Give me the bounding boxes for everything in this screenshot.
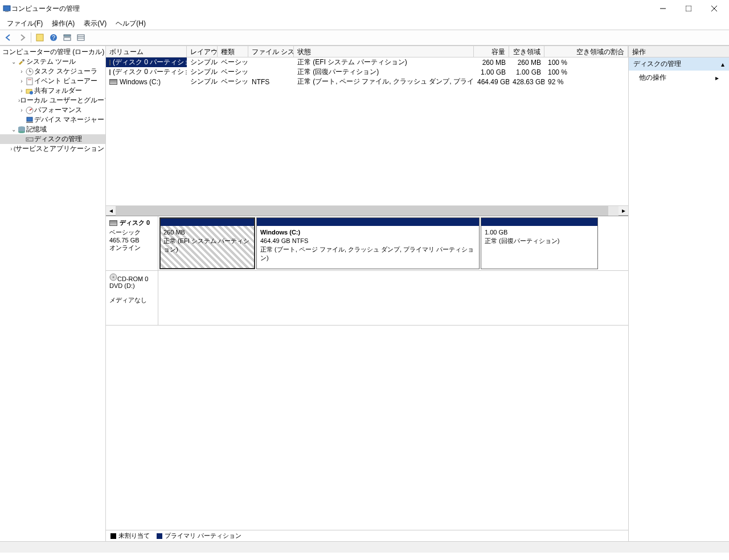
navigation-tree[interactable]: コンピューターの管理 (ローカル) ⌄ システム ツール › タスク スケジュー… — [0, 46, 106, 541]
tree-storage[interactable]: ⌄ 記憶域 — [0, 125, 105, 134]
svg-text:?: ? — [52, 35, 55, 41]
menubar: ファイル(F) 操作(A) 表示(V) ヘルプ(H) — [0, 17, 729, 30]
partition[interactable]: 260 MB正常 (EFI システム パーティション) — [159, 217, 255, 269]
col-capacity[interactable]: 容量 — [474, 46, 509, 57]
tree-task-scheduler[interactable]: › タスク スケジューラ — [0, 67, 105, 76]
volume-icon — [109, 60, 110, 65]
actions-section-disk-management[interactable]: ディスクの管理 ▴ — [629, 57, 729, 71]
volume-icon — [109, 79, 117, 85]
disk-graphical-view: ディスク 0 ベーシック 465.75 GB オンライン 260 MB正常 (E… — [106, 215, 628, 326]
actions-pane: 操作 ディスクの管理 ▴ 他の操作 ▸ — [629, 46, 729, 541]
partition-status: 正常 (ブート, ページ ファイル, クラッシュ ダンプ, プライマリ パーティ… — [260, 246, 474, 261]
svg-point-32 — [18, 131, 25, 133]
volume-type: ベーシック — [218, 57, 248, 67]
event-icon — [25, 77, 34, 86]
tree-performance[interactable]: › パフォーマンス — [0, 105, 105, 115]
svg-rect-1 — [5, 11, 9, 12]
menu-help[interactable]: ヘルプ(H) — [111, 18, 150, 30]
svg-point-23 — [30, 91, 33, 94]
volume-row[interactable]: Windows (C:)シンプルベーシックNTFS正常 (ブート, ページ ファ… — [106, 77, 628, 87]
maximize-button[interactable] — [675, 1, 701, 17]
scroll-thumb[interactable] — [116, 206, 608, 216]
expand-icon[interactable]: › — [18, 107, 25, 113]
minimize-button[interactable] — [650, 1, 675, 17]
volume-free: 1.00 GB — [509, 68, 544, 76]
svg-rect-11 — [77, 35, 84, 40]
help-button[interactable]: ? — [47, 31, 60, 44]
scroll-left-icon[interactable]: ◂ — [106, 206, 116, 216]
disk-header[interactable]: ディスク 0 ベーシック 465.75 GB オンライン — [106, 216, 158, 270]
view-button[interactable] — [61, 31, 73, 44]
volume-capacity: 1.00 GB — [474, 68, 509, 76]
tree-disk-management[interactable]: › ディスクの管理 — [0, 134, 105, 144]
col-free[interactable]: 空き領域 — [509, 46, 544, 57]
volume-row[interactable]: (ディスク 0 パーティション 1)シンプルベーシック正常 (EFI システム … — [106, 57, 628, 67]
expand-icon[interactable]: › — [18, 68, 25, 75]
menu-action[interactable]: 操作(A) — [47, 18, 79, 30]
tree-device-manager[interactable]: › デバイス マネージャー — [0, 115, 105, 125]
disk-drive-icon — [109, 220, 117, 226]
volume-type: ベーシック — [218, 77, 248, 87]
volume-free: 260 MB — [509, 59, 544, 67]
tree-system-tools[interactable]: ⌄ システム ツール — [0, 57, 105, 67]
tree-event-viewer[interactable]: › イベント ビューアー — [0, 76, 105, 86]
legend: 未割り当て プライマリ パーティション — [106, 530, 628, 541]
menu-file[interactable]: ファイル(F) — [2, 18, 47, 30]
volume-name: Windows (C:) — [120, 78, 161, 86]
svg-line-27 — [30, 109, 32, 110]
content-pane: ボリューム レイアウト 種類 ファイル システム 状態 容量 空き領域 空き領域… — [106, 46, 629, 541]
svg-rect-9 — [64, 35, 71, 36]
actions-more-actions[interactable]: 他の操作 ▸ — [629, 71, 729, 85]
expand-icon[interactable]: › — [18, 88, 25, 94]
collapse-icon[interactable]: ⌄ — [10, 126, 17, 133]
share-icon — [25, 87, 34, 96]
svg-rect-0 — [3, 6, 10, 11]
cdrom-row: CD-ROM 0 DVD (D:) メディアなし — [106, 271, 628, 326]
scroll-right-icon[interactable]: ▸ — [619, 206, 628, 216]
tree-services-apps[interactable]: › サービスとアプリケーション — [0, 144, 105, 154]
list-button[interactable] — [75, 31, 87, 44]
legend-swatch-unallocated — [110, 533, 116, 539]
collapse-icon[interactable]: ⌄ — [10, 59, 17, 65]
tree-shared-folders[interactable]: › 共有フォルダー — [0, 86, 105, 96]
volume-layout: シンプル — [187, 67, 218, 77]
close-button[interactable] — [701, 1, 727, 17]
volume-row[interactable]: (ディスク 0 パーティション 4)シンプルベーシック正常 (回復パーティション… — [106, 67, 628, 77]
svg-point-16 — [22, 59, 24, 61]
volume-list[interactable]: (ディスク 0 パーティション 1)シンプルベーシック正常 (EFI システム … — [106, 57, 628, 205]
volume-name: (ディスク 0 パーティション 1) — [113, 57, 187, 67]
partition-label: Windows (C:) — [260, 229, 300, 236]
volume-name: (ディスク 0 パーティション 4) — [113, 67, 187, 77]
actions-header: 操作 — [629, 46, 729, 57]
submenu-icon: ▸ — [715, 74, 719, 82]
svg-rect-29 — [26, 122, 33, 123]
col-status[interactable]: 状態 — [294, 46, 474, 57]
col-pct-free[interactable]: 空き領域の割合 — [544, 46, 628, 57]
volume-status: 正常 (ブート, ページ ファイル, クラッシュ ダンプ, プライマリ パーティ… — [294, 77, 474, 87]
show-hide-tree-button[interactable] — [34, 31, 46, 44]
col-volume[interactable]: ボリューム — [106, 46, 187, 57]
volume-free: 428.63 GB — [509, 78, 544, 86]
partition[interactable]: 1.00 GB正常 (回復パーティション) — [481, 217, 598, 269]
volume-list-header: ボリューム レイアウト 種類 ファイル システム 状態 容量 空き領域 空き領域… — [106, 46, 628, 57]
device-icon — [25, 116, 34, 125]
tree-local-users[interactable]: › ローカル ユーザーとグループ — [0, 96, 105, 105]
tree-root[interactable]: コンピューターの管理 (ローカル) — [0, 47, 105, 57]
partition[interactable]: Windows (C:)464.49 GB NTFS正常 (ブート, ページ フ… — [256, 217, 480, 269]
back-button[interactable] — [2, 31, 15, 44]
col-layout[interactable]: レイアウト — [187, 46, 218, 57]
expand-icon[interactable]: › — [18, 78, 25, 84]
col-filesystem[interactable]: ファイル システム — [248, 46, 294, 57]
horizontal-scrollbar[interactable]: ◂ ▸ — [106, 205, 628, 215]
volume-type: ベーシック — [218, 67, 248, 77]
svg-rect-10 — [64, 38, 71, 40]
app-icon — [2, 4, 11, 13]
col-type[interactable]: 種類 — [218, 46, 248, 57]
volume-pct: 100 % — [544, 68, 628, 76]
menu-view[interactable]: 表示(V) — [79, 18, 111, 30]
window-title: コンピューターの管理 — [11, 4, 650, 14]
cdrom-header[interactable]: CD-ROM 0 DVD (D:) メディアなし — [106, 271, 158, 325]
forward-button[interactable] — [16, 31, 28, 44]
svg-rect-33 — [26, 138, 33, 141]
legend-swatch-primary — [157, 533, 162, 539]
